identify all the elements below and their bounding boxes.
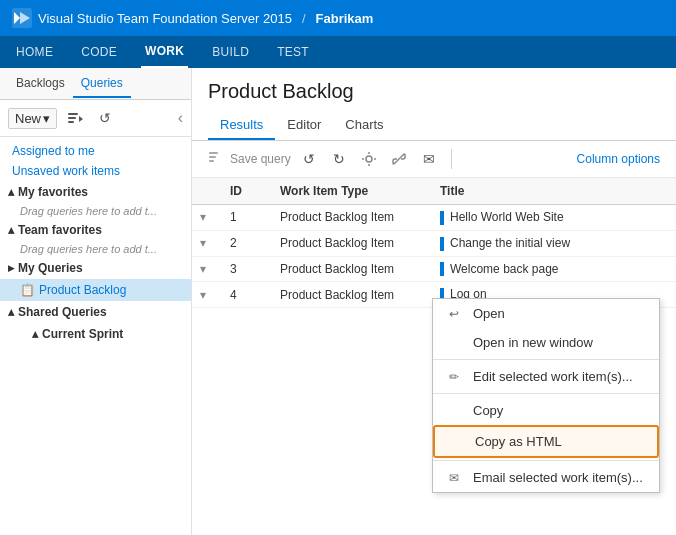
sidebar: Backlogs Queries New ▾ ↺ ‹ Assigned to m… [0, 68, 192, 535]
row-id: 3 [222, 256, 272, 282]
query-icon [208, 150, 224, 169]
settings-icon[interactable] [357, 147, 381, 171]
save-query-button[interactable]: Save query [230, 152, 291, 166]
context-menu: ↩ Open Open in new window ✏ Edit selecte… [432, 298, 660, 493]
table-row[interactable]: ▾ 3 Product Backlog Item Welcome back pa… [192, 256, 676, 282]
col-title[interactable]: Title [432, 178, 676, 205]
new-dropdown-icon: ▾ [43, 111, 50, 126]
svg-rect-3 [68, 121, 74, 123]
page-title: Product Backlog [208, 80, 660, 103]
app-logo: Visual Studio Team Foundation Server 201… [12, 8, 373, 28]
ctx-email[interactable]: ✉ Email selected work item(s)... [433, 463, 659, 492]
toolbar-separator [451, 149, 452, 169]
new-button[interactable]: New ▾ [8, 108, 57, 129]
row-toggle[interactable]: ▾ [192, 282, 222, 308]
row-id: 4 [222, 282, 272, 308]
ctx-edit[interactable]: ✏ Edit selected work item(s)... [433, 362, 659, 391]
main-layout: Backlogs Queries New ▾ ↺ ‹ Assigned to m… [0, 68, 676, 535]
row-title: Hello World Web Site [432, 205, 676, 231]
row-type: Product Backlog Item [272, 230, 432, 256]
product-backlog-icon: 📋 [20, 283, 35, 297]
email-ctx-icon: ✉ [449, 471, 465, 485]
my-favorites-chevron: ▴ [8, 185, 14, 199]
current-sprint-chevron: ▴ [32, 327, 38, 341]
nav-code[interactable]: CODE [77, 36, 121, 68]
my-favorites-placeholder: Drag queries here to add t... [0, 203, 191, 219]
shared-queries-chevron: ▴ [8, 305, 14, 319]
row-type: Product Backlog Item [272, 205, 432, 231]
edit-icon: ✏ [449, 370, 465, 384]
ctx-open-new-window[interactable]: Open in new window [433, 328, 659, 357]
assigned-to-me-link[interactable]: Assigned to me [0, 141, 191, 161]
sidebar-content: Assigned to me Unsaved work items ▴ My f… [0, 137, 191, 535]
link-icon[interactable] [387, 147, 411, 171]
tab-results[interactable]: Results [208, 111, 275, 140]
svg-line-9 [397, 157, 401, 161]
nav-work[interactable]: WORK [141, 36, 188, 68]
sidebar-toolbar: New ▾ ↺ ‹ [0, 100, 191, 137]
current-sprint-section[interactable]: ▴ Current Sprint [0, 323, 191, 345]
row-type: Product Backlog Item [272, 256, 432, 282]
nav-bar: HOME CODE WORK BUILD TEST [0, 36, 676, 68]
app-title: Visual Studio Team Foundation Server 201… [38, 11, 292, 26]
ctx-separator-1 [433, 359, 659, 360]
vs-icon [12, 8, 32, 28]
row-title: Change the initial view [432, 230, 676, 256]
team-favorites-placeholder: Drag queries here to add t... [0, 241, 191, 257]
my-queries-section[interactable]: ▸ My Queries [0, 257, 191, 279]
svg-point-8 [366, 156, 372, 162]
nav-build[interactable]: BUILD [208, 36, 253, 68]
ctx-separator-3 [433, 460, 659, 461]
tab-backlogs[interactable]: Backlogs [8, 70, 73, 98]
svg-rect-7 [209, 160, 214, 162]
row-title: Welcome back page [432, 256, 676, 282]
refresh-icon[interactable]: ↺ [93, 106, 117, 130]
my-favorites-section[interactable]: ▴ My favorites [0, 181, 191, 203]
top-bar: Visual Studio Team Foundation Server 201… [0, 0, 676, 36]
ctx-copy-html[interactable]: Copy as HTML [433, 425, 659, 458]
sidebar-tabs: Backlogs Queries [0, 68, 191, 100]
tab-editor[interactable]: Editor [275, 111, 333, 140]
team-favorites-section[interactable]: ▴ Team favorites [0, 219, 191, 241]
svg-marker-4 [79, 116, 83, 122]
svg-rect-1 [68, 113, 78, 115]
svg-rect-6 [209, 156, 216, 158]
ctx-open[interactable]: ↩ Open [433, 299, 659, 328]
row-toggle[interactable]: ▾ [192, 205, 222, 231]
sidebar-item-product-backlog[interactable]: 📋 Product Backlog [0, 279, 191, 301]
results-table: ID Work Item Type Title ▾ 1 Product Back… [192, 178, 676, 535]
tab-charts[interactable]: Charts [333, 111, 395, 140]
open-icon: ↩ [449, 307, 465, 321]
workitems-table: ID Work Item Type Title ▾ 1 Product Back… [192, 178, 676, 308]
my-queries-chevron: ▸ [8, 261, 14, 275]
unsaved-work-items-link[interactable]: Unsaved work items [0, 161, 191, 181]
svg-rect-2 [68, 117, 76, 119]
col-type[interactable]: Work Item Type [272, 178, 432, 205]
table-row[interactable]: ▾ 2 Product Backlog Item Change the init… [192, 230, 676, 256]
nav-test[interactable]: TEST [273, 36, 313, 68]
col-toggle [192, 178, 222, 205]
query-toolbar: Save query ↺ ↻ ✉ Column options [192, 141, 676, 178]
team-favorites-chevron: ▴ [8, 223, 14, 237]
ctx-separator-2 [433, 393, 659, 394]
table-row[interactable]: ▾ 1 Product Backlog Item Hello World Web… [192, 205, 676, 231]
row-toggle[interactable]: ▾ [192, 230, 222, 256]
collapse-sidebar-icon[interactable]: ‹ [178, 109, 183, 127]
nav-home[interactable]: HOME [12, 36, 57, 68]
column-options-button[interactable]: Column options [577, 152, 660, 166]
row-toggle[interactable]: ▾ [192, 256, 222, 282]
refresh-results-icon[interactable]: ↺ [297, 147, 321, 171]
email-icon[interactable]: ✉ [417, 147, 441, 171]
row-type: Product Backlog Item [272, 282, 432, 308]
svg-rect-5 [209, 152, 218, 154]
run-query-icon[interactable] [63, 106, 87, 130]
project-name: Fabrikam [316, 11, 374, 26]
redo-icon[interactable]: ↻ [327, 147, 351, 171]
content-tabs: Results Editor Charts [192, 111, 676, 141]
shared-queries-section[interactable]: ▴ Shared Queries [0, 301, 191, 323]
col-id[interactable]: ID [222, 178, 272, 205]
title-separator: / [302, 11, 306, 26]
tab-queries[interactable]: Queries [73, 70, 131, 98]
row-id: 1 [222, 205, 272, 231]
ctx-copy[interactable]: Copy [433, 396, 659, 425]
